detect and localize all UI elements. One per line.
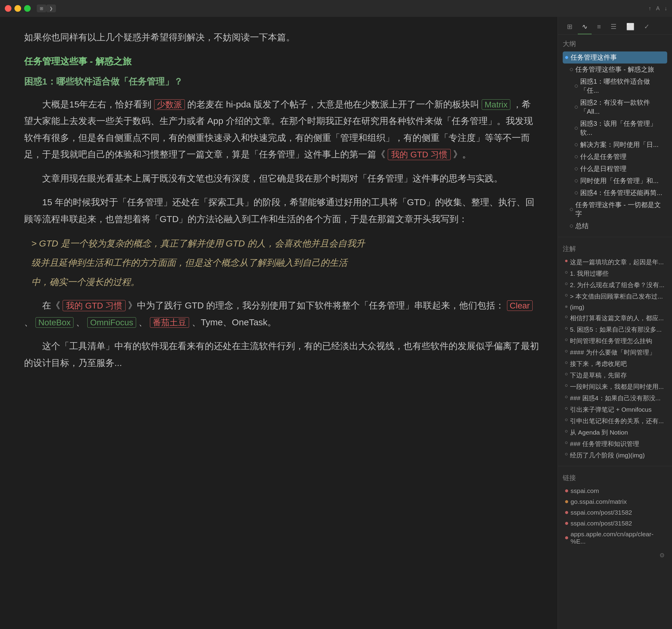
note-item-7[interactable]: 时间管理和任务管理怎么挂钩: [563, 335, 667, 347]
note-item-11[interactable]: 一段时间以来，我都是同时使用...: [563, 381, 667, 393]
note-item-5[interactable]: 相信打算看这篇文章的人，都应...: [563, 312, 667, 324]
link-item-4[interactable]: apps.apple.com/cn/app/clear-%E...: [563, 529, 667, 547]
paragraph-5: 这个「工具清单」中有的软件现在看来有的还处在主流软件行列，有的已经淡出大众视线，…: [24, 338, 539, 371]
note-dot-13: [565, 407, 568, 410]
sidebar: ⊞ ∿ ≡ ☰ ⬜ ✓ 大纲 任务管理这件事 任务管理这些事 - 解惑之旅: [558, 17, 672, 629]
editor-pane[interactable]: 如果你也同样有以上几个疑惑并希望得到解决，不妨阅读一下本篇。 任务管理这些事 -…: [0, 17, 558, 629]
fanqietu-tag[interactable]: 番茄土豆: [150, 317, 189, 328]
note-item-12[interactable]: ### 困惑4：如果自己没有那没...: [563, 393, 667, 404]
link-dot-1: [565, 500, 568, 503]
main-area: 如果你也同样有以上几个疑惑并希望得到解决，不妨阅读一下本篇。 任务管理这些事 -…: [0, 17, 672, 629]
share-icon[interactable]: ↑: [649, 5, 651, 12]
note-dot-7: [565, 338, 568, 341]
outline-item-3[interactable]: 困惑2：有没有一款软件「All...: [563, 97, 667, 118]
outline-item-11[interactable]: 总结: [563, 220, 667, 232]
fullscreen-button[interactable]: [24, 5, 31, 12]
titlebar-right: ↑ A ↓: [649, 5, 667, 12]
divider-1: [558, 237, 672, 237]
note-item-8[interactable]: #### 为什么要做「时间管理」: [563, 347, 667, 358]
outline-item-10[interactable]: 任务管理这件事 - 一切都是文字: [563, 199, 667, 220]
note-dot-9: [565, 361, 568, 364]
link-item-1[interactable]: go.sspai.com/matrix: [563, 496, 667, 507]
outline-item-9[interactable]: 困惑4：任务管理还能再简...: [563, 187, 667, 199]
tab-check[interactable]: ✓: [640, 21, 654, 34]
note-item-2[interactable]: 2. 为什么现在成了组合拳？没有...: [563, 279, 667, 291]
note-dot-2: [565, 283, 568, 285]
view-toggle-button[interactable]: ⊞: [37, 4, 46, 12]
sidebar-scroll[interactable]: 大纲 任务管理这件事 任务管理这些事 - 解惑之旅 困惑1：哪些软件适合做「任.…: [558, 34, 672, 629]
outline-dot-5: [575, 143, 578, 146]
note-item-3[interactable]: > 本文借由回顾掌柜自己发布过...: [563, 291, 667, 302]
tab-comment[interactable]: ☰: [606, 21, 621, 34]
settings-icon[interactable]: ⚙: [657, 549, 667, 561]
note-item-10[interactable]: 下边是草稿，先留存: [563, 370, 667, 381]
link-dot-0: [565, 489, 568, 493]
outline-dot-7: [575, 167, 578, 170]
note-item-14[interactable]: 引申出笔记和任务的关系，还有...: [563, 415, 667, 427]
link-item-3[interactable]: sspai.com/post/31582: [563, 518, 667, 529]
traffic-lights: [5, 5, 31, 12]
shaosu-tag[interactable]: 少数派: [154, 99, 185, 110]
note-item-16[interactable]: ### 任务管理和知识管理: [563, 438, 667, 450]
outline-dot-9: [575, 192, 578, 195]
outline-dot-6: [575, 155, 578, 158]
note-item-15[interactable]: 从 Agenda 到 Notion: [563, 427, 667, 438]
outline-dot-11: [570, 225, 573, 228]
paragraph-4: 在《 我的 GTD 习惯 》中为了践行 GTD 的理念，我分别使用了如下软件将整…: [24, 297, 539, 330]
note-dot-12: [565, 396, 568, 398]
outline-item-4[interactable]: 困惑3：该用「任务管理」软...: [563, 118, 667, 139]
note-item-17[interactable]: 经历了几个阶段 (img)(img): [563, 450, 667, 461]
link-item-2[interactable]: sspai.com/post/31582: [563, 507, 667, 518]
font-icon[interactable]: A: [656, 5, 659, 12]
note-dot-14: [565, 419, 568, 421]
note-dot-15: [565, 430, 568, 432]
blockquote-line-2: 级并且延伸到生活和工作的方方面面，但是这个概念从了解到融入到自己的生活: [31, 254, 539, 272]
outline-item-0[interactable]: 任务管理这件事: [563, 51, 667, 64]
outline-dot-10: [570, 208, 573, 211]
note-dot-10: [565, 373, 568, 375]
outline-title: 大纲: [563, 40, 667, 48]
note-dot-6: [565, 327, 568, 330]
gtd-link-1[interactable]: 我的 GTD 习惯: [388, 149, 451, 160]
minimize-button[interactable]: [15, 5, 21, 12]
intro-para: 如果你也同样有以上几个疑惑并希望得到解决，不妨阅读一下本篇。: [24, 29, 539, 46]
matrix-tag[interactable]: Matrix: [482, 99, 510, 110]
outline-item-6[interactable]: 什么是任务管理: [563, 151, 667, 163]
download-icon[interactable]: ↓: [665, 5, 667, 12]
note-item-1[interactable]: 1. 我用过哪些: [563, 268, 667, 279]
titlebar: ⊞ ❯ ↑ A ↓: [0, 0, 672, 17]
close-button[interactable]: [5, 5, 11, 12]
tab-list[interactable]: ≡: [593, 21, 605, 34]
heading-3: 困惑1：哪些软件适合做「任务管理」？: [24, 73, 539, 90]
notes-title: 注解: [563, 244, 667, 253]
outline-item-2[interactable]: 困惑1：哪些软件适合做「任...: [563, 76, 667, 97]
outline-dot-1: [570, 68, 573, 71]
outline-item-1[interactable]: 任务管理这些事 - 解惑之旅: [563, 64, 667, 76]
tab-image[interactable]: ⬜: [622, 21, 639, 34]
clear-tag[interactable]: Clear: [507, 300, 533, 311]
tab-chart[interactable]: ∿: [578, 21, 592, 34]
paragraph-2: 文章用现在眼光看基本上属于既没有文笔也没有深度，但它确是我在那个时期对「任务管理…: [24, 170, 539, 187]
note-item-6[interactable]: 5. 困惑5：如果自己没有那没多...: [563, 324, 667, 335]
note-dot-11: [565, 384, 568, 387]
chevron-button[interactable]: ❯: [46, 4, 56, 12]
blockquote: > GTD 是一个较为复杂的概念，真正了解并使用 GTD 的人，会喜欢他并且会自…: [24, 234, 539, 291]
outline-dot-3: [575, 106, 578, 109]
note-item-9[interactable]: 接下来，考虑收尾吧: [563, 358, 667, 370]
divider-2: [558, 466, 672, 466]
link-dot-3: [565, 522, 568, 525]
tab-grid[interactable]: ⊞: [563, 21, 577, 34]
outline-item-7[interactable]: 什么是日程管理: [563, 163, 667, 175]
note-dot-8: [565, 350, 568, 352]
note-dot-16: [565, 442, 568, 444]
notebox-tag[interactable]: NoteBox: [35, 317, 73, 328]
omnifocus-tag[interactable]: OmniFocus: [87, 317, 136, 328]
link-item-0[interactable]: sspai.com: [563, 485, 667, 496]
outline-item-5[interactable]: 解决方案：同时使用「日...: [563, 139, 667, 151]
note-item-4[interactable]: (img): [563, 302, 667, 312]
link-dot-2: [565, 511, 568, 514]
note-item-13[interactable]: 引出来子弹笔记 + Omnifocus: [563, 404, 667, 415]
note-item-0[interactable]: 这是一篇填坑的文章，起因是年...: [563, 256, 667, 268]
gtd-link-2[interactable]: 我的 GTD 习惯: [63, 300, 125, 311]
outline-item-8[interactable]: 同时使用「任务管理」和...: [563, 175, 667, 187]
